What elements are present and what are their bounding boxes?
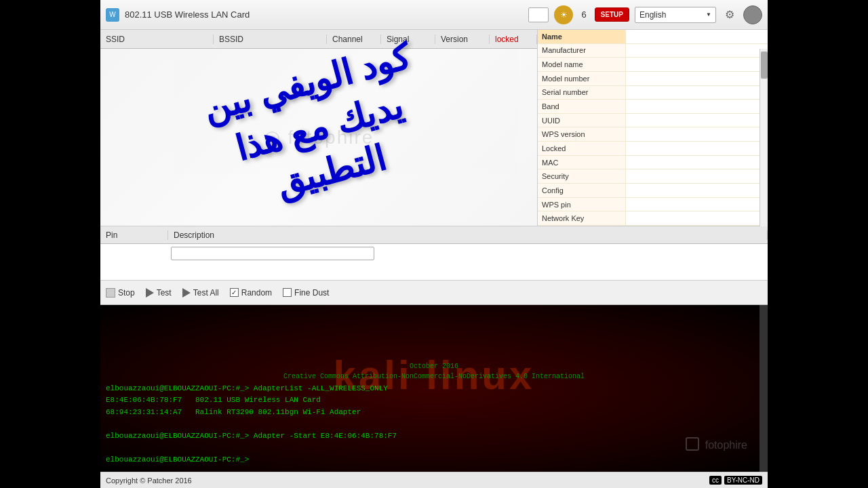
- random-checkbox[interactable]: ✓: [230, 288, 239, 297]
- watermark-logo-text: ◎ fotophire: [264, 126, 374, 148]
- pin-body: [100, 244, 768, 280]
- terminal-line-5: elbouazzaoui@ELBOUAZZAOUI-PC:#_> Adapter…: [106, 430, 762, 443]
- pin-header: Pin Description: [100, 226, 768, 244]
- prop-serial-label: Serial number: [538, 86, 626, 100]
- prop-row-security: Security: [538, 169, 768, 184]
- finedust-checkbox-group: Fine Dust: [283, 288, 329, 298]
- status-bar: Copyright © Patcher 2016 cc BY-NC-ND: [100, 472, 768, 488]
- testall-btn-group: Test All: [182, 288, 219, 298]
- col-version: Version: [435, 35, 490, 44]
- prop-row-mac: MAC: [538, 156, 768, 170]
- status-icon: ☀: [554, 5, 573, 24]
- prop-row-locked: Locked: [538, 142, 768, 156]
- prop-band-label: Band: [538, 100, 626, 113]
- testall-button[interactable]: Test All: [193, 288, 219, 298]
- col-channel: Channel: [327, 35, 381, 44]
- chevron-down-icon: ▼: [706, 12, 711, 18]
- prop-row-networkkey: Network Key: [538, 211, 768, 226]
- cc-badge: cc: [709, 476, 722, 485]
- network-section: SSID BSSID Channel Signal Version locked…: [100, 30, 768, 226]
- nd-badge: BY-NC-ND: [724, 476, 762, 485]
- prop-row-serial: Serial number: [538, 86, 768, 100]
- settings-icon[interactable]: ⚙: [722, 7, 738, 23]
- play-icon: [146, 288, 154, 298]
- prop-manufacturer-label: Manufacturer: [538, 44, 626, 58]
- prop-locked-label: Locked: [538, 142, 626, 155]
- status-text: Copyright © Patcher 2016: [106, 476, 709, 485]
- finedust-checkbox[interactable]: [283, 288, 292, 297]
- prop-modelname-label: Model name: [538, 58, 626, 71]
- terminal-scrollbar[interactable]: [760, 305, 768, 472]
- random-checkbox-group: ✓ Random: [230, 288, 272, 298]
- terminal-section: kali linux fotophire October 2016 Creati…: [100, 305, 768, 472]
- language-dropdown[interactable]: English ▼: [635, 7, 716, 23]
- user-avatar: [743, 5, 762, 24]
- test-btn-group: Test: [146, 288, 172, 298]
- prop-row-wpspin: WPS pin: [538, 198, 768, 212]
- col-bssid: BSSID: [214, 35, 327, 44]
- scrollbar-thumb: [761, 52, 768, 79]
- counter-number: 6: [578, 9, 589, 20]
- stop-icon: [106, 288, 115, 298]
- prop-config-label: Config: [538, 184, 626, 197]
- buttons-section: Stop Test Test All ✓ Random Fine Dust: [100, 281, 768, 305]
- finedust-label: Fine Dust: [294, 288, 329, 298]
- prop-uuid-label: UUID: [538, 114, 626, 127]
- app-window: W 802.11 USB Wireless LAN Card ☀ 6 SETUP…: [100, 0, 768, 488]
- pin-section: Pin Description: [100, 226, 768, 281]
- terminal-content: October 2016 Creative Commons Attributio…: [100, 357, 768, 472]
- prop-row-modelname: Model name: [538, 58, 768, 72]
- terminal-line-3: 68:94:23:31:14:A7 Ralink RT3290 802.11bg…: [106, 407, 762, 419]
- app-title: 802.11 USB Wireless LAN Card: [125, 9, 528, 20]
- desc-col-label: Description: [168, 230, 768, 240]
- play-all-icon: [182, 288, 191, 298]
- prop-row-manufacturer: Manufacturer: [538, 44, 768, 58]
- prop-row-wpsversion: WPS version: [538, 127, 768, 142]
- setup-button[interactable]: SETUP: [595, 7, 629, 22]
- terminal-line-2: E8:4E:06:4B:78:F7 802.11 USB Wireless LA…: [106, 394, 762, 407]
- random-label: Random: [241, 288, 272, 298]
- properties-scrollbar[interactable]: [760, 49, 768, 226]
- prop-modelnumber-label: Model number: [538, 72, 626, 85]
- prop-row-config: Config: [538, 184, 768, 198]
- prop-mac-label: MAC: [538, 156, 626, 169]
- prop-row-modelnumber: Model number: [538, 72, 768, 86]
- lang-label: English: [639, 10, 666, 20]
- app-icon: W: [106, 8, 119, 22]
- prop-networkkey-label: Network Key: [538, 211, 626, 225]
- terminal-line-6: [106, 443, 762, 455]
- terminal-line-4: [106, 419, 762, 431]
- table-watermark: ◎ fotophire: [100, 49, 537, 226]
- prop-security-label: Security: [538, 169, 626, 183]
- prop-wpspin-label: WPS pin: [538, 198, 626, 211]
- pin-input[interactable]: [171, 247, 374, 260]
- black-bar-right: [768, 0, 868, 488]
- terminal-year: October 2016: [106, 363, 762, 370]
- prop-wpsversion-label: WPS version: [538, 127, 626, 141]
- properties-panel: Name Manufacturer Model name Model numbe…: [537, 30, 768, 226]
- table-body: ◎ fotophire: [100, 49, 537, 226]
- prop-row-band: Band: [538, 100, 768, 114]
- terminal-prompt-line: elbouazzaoui@ELBOUAZZAOUI-PC:#_>: [106, 454, 762, 466]
- prop-header-name: Name: [538, 30, 626, 43]
- dropdown-arrow[interactable]: [528, 7, 549, 22]
- prop-header-row: Name: [538, 30, 768, 44]
- pin-col-label: Pin: [100, 230, 168, 240]
- prop-row-uuid: UUID: [538, 114, 768, 128]
- test-button[interactable]: Test: [157, 288, 172, 298]
- title-bar: W 802.11 USB Wireless LAN Card ☀ 6 SETUP…: [100, 0, 768, 30]
- network-table: SSID BSSID Channel Signal Version locked…: [100, 30, 537, 226]
- title-bar-controls: ☀ 6 SETUP English ▼ ⚙: [528, 5, 762, 24]
- terminal-cc-text: Creative Commons Attribution-NonCommerci…: [106, 373, 762, 380]
- col-signal: Signal: [381, 35, 435, 44]
- col-locked: locked: [490, 35, 537, 44]
- terminal-line-1: elbouazzaoui@ELBOUAZZAOUI-PC:#_> Adapter…: [106, 383, 762, 395]
- table-header: SSID BSSID Channel Signal Version locked: [100, 30, 537, 49]
- black-bar-left: [0, 0, 100, 488]
- stop-button[interactable]: Stop: [118, 288, 135, 298]
- stop-btn-group: Stop: [106, 288, 135, 298]
- col-ssid: SSID: [100, 35, 214, 44]
